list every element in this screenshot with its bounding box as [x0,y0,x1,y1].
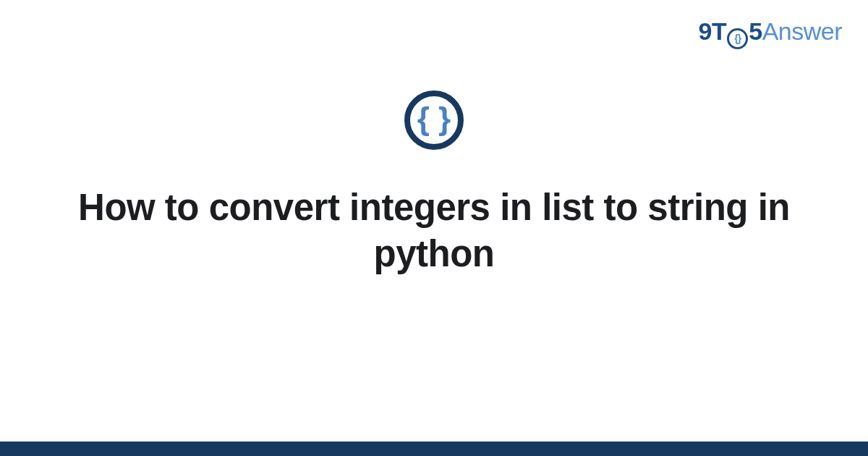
logo-text-9t: 9T [699,17,727,45]
main-content: { } How to convert integers in list to s… [0,90,868,277]
braces-glyph: { } [417,103,451,135]
page-title: How to convert integers in list to strin… [72,185,796,277]
site-logo: 9T{}5Answer [699,17,842,49]
logo-circle-glyph: {} [734,33,741,43]
code-braces-icon: { } [404,90,464,150]
logo-circle-icon: {} [727,28,748,49]
footer-accent-bar [0,442,868,456]
logo-text-5: 5 [749,17,762,45]
logo-text-answer: Answer [762,17,842,45]
